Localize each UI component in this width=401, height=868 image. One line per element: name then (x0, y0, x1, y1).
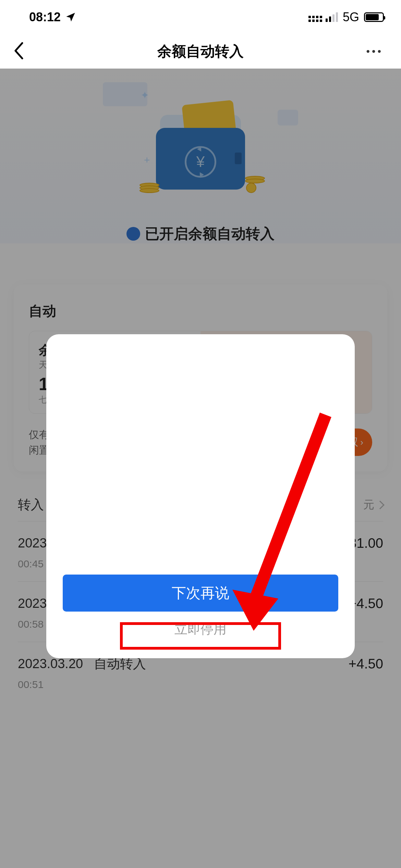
retain-modal: 下次再说 立即停用 (46, 334, 355, 658)
status-bar: 08:12 5G (0, 0, 401, 34)
status-time: 08:12 (29, 10, 61, 24)
nav-bar: 余额自动转入 ••• (0, 34, 401, 69)
page-title: 余额自动转入 (157, 42, 244, 61)
network-label: 5G (343, 10, 359, 24)
status-left: 08:12 (29, 10, 76, 24)
annotation-highlight-box (120, 622, 281, 650)
status-right: 5G (308, 10, 384, 24)
more-button[interactable]: ••• (366, 46, 383, 57)
battery-icon (364, 12, 384, 22)
back-button[interactable] (14, 42, 24, 61)
signal-icon (308, 12, 338, 22)
keep-button-label: 下次再说 (172, 583, 229, 603)
location-arrow-icon (65, 11, 76, 23)
keep-button[interactable]: 下次再说 (63, 575, 338, 612)
